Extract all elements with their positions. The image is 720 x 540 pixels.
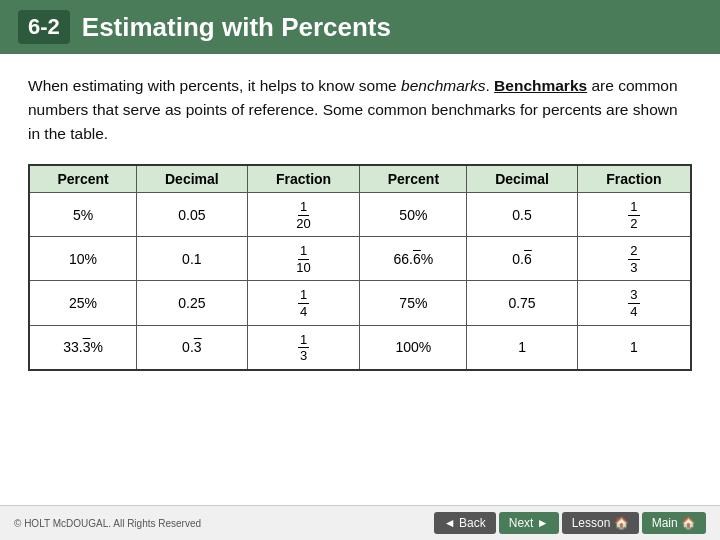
benchmarks-bold: Benchmarks bbox=[494, 77, 587, 94]
benchmarks-italic: benchmarks bbox=[401, 77, 485, 94]
col-header-percent2: Percent bbox=[360, 165, 467, 193]
overline-digit: 6 bbox=[524, 251, 532, 267]
numerator: 3 bbox=[628, 287, 639, 304]
denominator: 10 bbox=[294, 260, 312, 276]
denominator: 2 bbox=[628, 216, 639, 232]
cell-percent: 66.6% bbox=[360, 237, 467, 281]
numerator: 1 bbox=[298, 332, 309, 349]
lesson-button[interactable]: Lesson 🏠 bbox=[562, 512, 639, 534]
fraction-display: 1 2 bbox=[628, 199, 639, 231]
cell-decimal: 1 bbox=[467, 325, 577, 370]
col-header-fraction1: Fraction bbox=[247, 165, 360, 193]
benchmarks-table: Percent Decimal Fraction Percent Decimal… bbox=[28, 164, 692, 371]
main-content: When estimating with percents, it helps … bbox=[0, 54, 720, 381]
cell-percent: 100% bbox=[360, 325, 467, 370]
numerator: 1 bbox=[628, 199, 639, 216]
table-row: 33.3% 0.3 1 3 100% 1 1 bbox=[29, 325, 691, 370]
cell-percent: 75% bbox=[360, 281, 467, 325]
cell-percent: 25% bbox=[29, 281, 137, 325]
fraction-display: 1 20 bbox=[294, 199, 312, 231]
col-header-decimal1: Decimal bbox=[137, 165, 247, 193]
main-button[interactable]: Main 🏠 bbox=[642, 512, 706, 534]
cell-percent: 50% bbox=[360, 193, 467, 237]
numerator: 1 bbox=[298, 243, 309, 260]
cell-decimal: 0.05 bbox=[137, 193, 247, 237]
col-header-fraction2: Fraction bbox=[577, 165, 691, 193]
fraction-display: 1 4 bbox=[298, 287, 309, 319]
intro-paragraph: When estimating with percents, it helps … bbox=[28, 74, 692, 146]
copyright-text: © HOLT McDOUGAL. All Rights Reserved bbox=[14, 518, 201, 529]
overline-digit: 3 bbox=[83, 339, 91, 355]
numerator: 1 bbox=[298, 287, 309, 304]
cell-fraction: 2 3 bbox=[577, 237, 691, 281]
page-title: Estimating with Percents bbox=[82, 12, 391, 43]
col-header-decimal2: Decimal bbox=[467, 165, 577, 193]
table-row: 5% 0.05 1 20 50% 0.5 1 2 bbox=[29, 193, 691, 237]
fraction-display: 1 10 bbox=[294, 243, 312, 275]
numerator: 1 bbox=[298, 199, 309, 216]
table-row: 10% 0.1 1 10 66.6% 0.6 2 3 bbox=[29, 237, 691, 281]
fraction-display: 3 4 bbox=[628, 287, 639, 319]
denominator: 3 bbox=[298, 348, 309, 364]
numerator: 2 bbox=[628, 243, 639, 260]
cell-fraction: 1 3 bbox=[247, 325, 360, 370]
nav-buttons: ◄ Back Next ► Lesson 🏠 Main 🏠 bbox=[434, 512, 706, 534]
table-row: 25% 0.25 1 4 75% 0.75 3 4 bbox=[29, 281, 691, 325]
denominator: 4 bbox=[298, 304, 309, 320]
denominator: 4 bbox=[628, 304, 639, 320]
page-footer: © HOLT McDOUGAL. All Rights Reserved ◄ B… bbox=[0, 505, 720, 540]
denominator: 20 bbox=[294, 216, 312, 232]
page-header: 6-2 Estimating with Percents bbox=[0, 0, 720, 54]
overline-digit: 6 bbox=[413, 251, 421, 267]
cell-decimal: 0.25 bbox=[137, 281, 247, 325]
overline-digit: 3 bbox=[194, 339, 202, 355]
cell-fraction: 1 10 bbox=[247, 237, 360, 281]
lesson-badge: 6-2 bbox=[18, 10, 70, 44]
cell-fraction: 1 20 bbox=[247, 193, 360, 237]
cell-decimal: 0.6 bbox=[467, 237, 577, 281]
cell-percent: 10% bbox=[29, 237, 137, 281]
denominator: 3 bbox=[628, 260, 639, 276]
cell-fraction: 3 4 bbox=[577, 281, 691, 325]
cell-fraction: 1 bbox=[577, 325, 691, 370]
fraction-display: 2 3 bbox=[628, 243, 639, 275]
cell-decimal: 0.1 bbox=[137, 237, 247, 281]
cell-decimal: 0.5 bbox=[467, 193, 577, 237]
next-button[interactable]: Next ► bbox=[499, 512, 559, 534]
cell-percent: 33.3% bbox=[29, 325, 137, 370]
table-header-row: Percent Decimal Fraction Percent Decimal… bbox=[29, 165, 691, 193]
cell-decimal: 0.3 bbox=[137, 325, 247, 370]
cell-decimal: 0.75 bbox=[467, 281, 577, 325]
cell-fraction: 1 2 bbox=[577, 193, 691, 237]
back-button[interactable]: ◄ Back bbox=[434, 512, 496, 534]
cell-percent: 5% bbox=[29, 193, 137, 237]
fraction-display: 1 3 bbox=[298, 332, 309, 364]
col-header-percent1: Percent bbox=[29, 165, 137, 193]
cell-fraction: 1 4 bbox=[247, 281, 360, 325]
